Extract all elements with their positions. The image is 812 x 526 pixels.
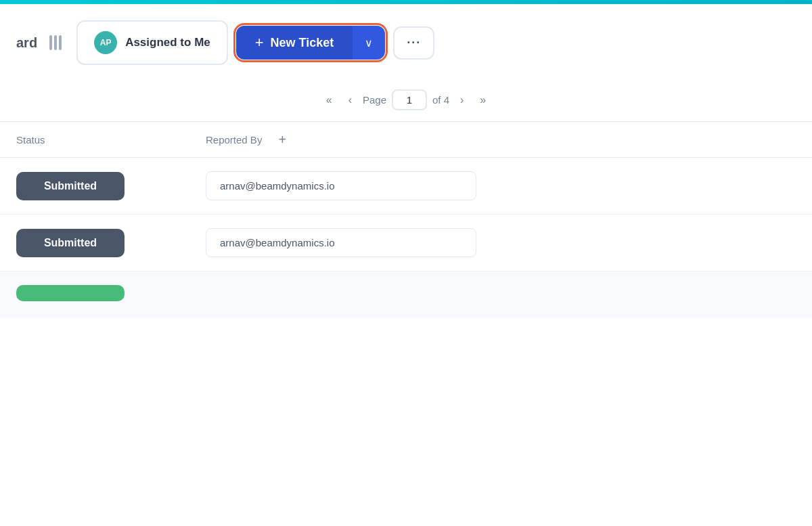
status-cell-1: Submitted	[16, 172, 206, 200]
prev-page-button[interactable]: ‹	[343, 91, 357, 109]
main-content: ard AP Assigned to Me + New Ticket ∨	[0, 4, 812, 526]
of-label: of 4	[432, 94, 449, 106]
reported-by-column-header: Reported By +	[206, 130, 796, 149]
column-bar-1	[49, 35, 52, 50]
more-options-button[interactable]: ···	[393, 26, 434, 60]
next-page-icon: ›	[460, 94, 464, 106]
new-ticket-button[interactable]: + New Ticket	[236, 26, 353, 60]
status-cell-3	[16, 285, 206, 304]
reported-by-label: Reported By	[206, 134, 262, 146]
assigned-to-me-button[interactable]: AP Assigned to Me	[76, 20, 228, 65]
prev-page-icon: ‹	[348, 94, 352, 106]
avatar-text: AP	[100, 38, 112, 47]
status-badge-1[interactable]: Submitted	[16, 172, 125, 200]
ellipsis-icon: ···	[407, 36, 421, 50]
breadcrumb-partial: ard	[16, 35, 37, 51]
email-cell-2: arnav@beamdynamics.io	[206, 228, 796, 257]
first-page-button[interactable]: «	[321, 91, 338, 109]
pagination-row: « ‹ Page of 4 › »	[0, 79, 812, 122]
first-page-icon: «	[326, 94, 332, 106]
new-ticket-dropdown-button[interactable]: ∨	[353, 26, 385, 60]
email-cell-1: arnav@beamdynamics.io	[206, 171, 796, 200]
column-bar-2	[54, 35, 57, 50]
new-ticket-label: New Ticket	[271, 36, 334, 50]
next-page-button[interactable]: ›	[455, 91, 469, 109]
page-input[interactable]	[392, 89, 427, 110]
plus-col-icon: +	[279, 132, 287, 148]
status-cell-2: Submitted	[16, 229, 206, 257]
table-row: Submitted arnav@beamdynamics.io	[0, 215, 812, 271]
column-view-button[interactable]	[43, 30, 68, 56]
table-header: Status Reported By +	[0, 122, 812, 158]
table-row	[0, 271, 812, 317]
status-badge-3[interactable]	[16, 285, 125, 301]
new-ticket-group: + New Ticket ∨	[236, 26, 386, 60]
chevron-down-icon: ∨	[365, 37, 373, 49]
avatar: AP	[94, 31, 117, 54]
status-badge-2[interactable]: Submitted	[16, 229, 125, 257]
last-page-button[interactable]: »	[474, 91, 491, 109]
add-column-button[interactable]: +	[273, 130, 292, 149]
last-page-icon: »	[480, 94, 486, 106]
status-column-header: Status	[16, 134, 206, 146]
plus-icon: +	[255, 35, 264, 50]
column-bar-3	[59, 35, 62, 50]
toolbar-left: ard	[16, 30, 68, 56]
email-value-2: arnav@beamdynamics.io	[206, 228, 476, 257]
page-label: Page	[363, 94, 386, 106]
assigned-to-me-label: Assigned to Me	[125, 36, 210, 49]
toolbar: ard AP Assigned to Me + New Ticket ∨	[0, 4, 812, 79]
email-value-1: arnav@beamdynamics.io	[206, 171, 476, 200]
table-row: Submitted arnav@beamdynamics.io	[0, 158, 812, 215]
